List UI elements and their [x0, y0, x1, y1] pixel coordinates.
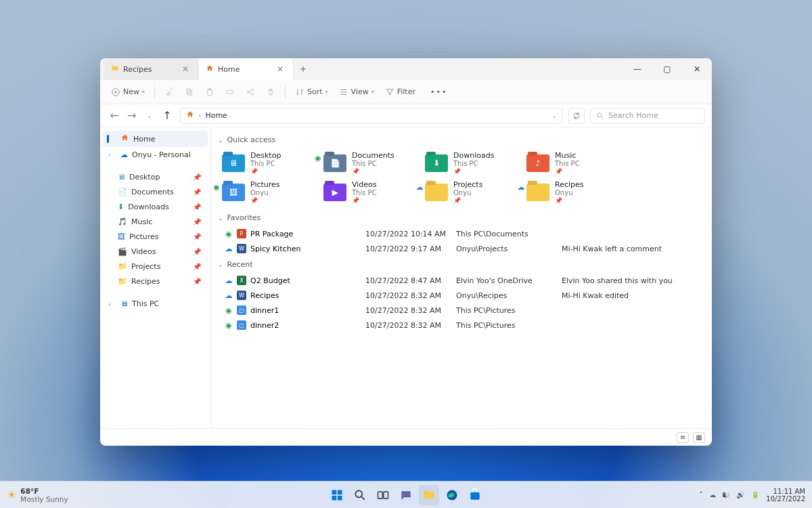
close-button[interactable]: ✕ — [682, 58, 712, 80]
sort-button[interactable]: Sort ▾ — [291, 85, 332, 100]
thumbnails-view-button[interactable]: ▦ — [693, 432, 705, 443]
xls-file-icon: X — [237, 276, 246, 285]
file-row[interactable]: ◉ ▢ dinner2 10/27/2022 8:32 AM This PC\P… — [215, 318, 704, 333]
sidebar-item-pictures[interactable]: 🖼 Pictures 📌 — [103, 230, 208, 244]
forward-button[interactable]: → — [125, 108, 139, 123]
chevron-right-icon[interactable]: › — [108, 301, 111, 308]
section-favorites[interactable]: ⌄ Favorites — [215, 209, 704, 226]
sort-label: Sort — [307, 87, 323, 96]
filter-button[interactable]: Filter — [381, 85, 420, 100]
quick-access-item[interactable]: ◉ 🖼 Pictures Onyu 📌 — [222, 179, 310, 205]
back-button[interactable]: ← — [107, 108, 122, 123]
file-location: Onyu\Recipes — [456, 291, 558, 300]
section-recent[interactable]: ⌄ Recent — [215, 256, 704, 273]
share-button[interactable] — [242, 85, 259, 100]
new-tab-button[interactable]: ＋ — [294, 58, 313, 80]
tab-recipes[interactable]: Recipes ✕ — [104, 58, 199, 80]
clock[interactable]: 11:11 AM 10/27/2022 — [766, 488, 805, 503]
sidebar-item-videos[interactable]: 🎬 Videos 📌 — [103, 245, 208, 259]
word-file-icon: W — [237, 244, 246, 253]
synced-status-icon: ◉ — [225, 230, 233, 238]
maximize-button[interactable]: ▢ — [652, 58, 682, 80]
pin-icon: 📌 — [555, 197, 584, 204]
sidebar-item-home[interactable]: Home — [103, 131, 208, 147]
system-tray[interactable]: ˄ ☁ �఼ 🔊 🔋 11:11 AM 10/27/2022 — [699, 488, 805, 503]
quick-access-item[interactable]: ◉ 📄 Documents This PC 📌 — [323, 150, 411, 176]
quick-access-item[interactable]: ♪ Music This PC 📌 — [526, 150, 614, 176]
sidebar-item-documents[interactable]: 📄 Documents 📌 — [103, 185, 208, 199]
svg-point-14 — [355, 490, 362, 497]
pin-icon: 📌 — [453, 197, 482, 204]
quick-access-item[interactable]: ☁ Recipes Onyu 📌 — [526, 179, 614, 205]
item-location: This PC — [352, 160, 394, 168]
cloud-status-icon: ☁ — [225, 245, 233, 253]
details-view-button[interactable]: ≡ — [677, 432, 689, 443]
sidebar-item-music[interactable]: 🎵 Music 📌 — [103, 215, 208, 229]
svg-rect-13 — [338, 495, 342, 500]
minimize-button[interactable]: — — [623, 58, 652, 80]
address-bar[interactable]: › Home ⌄ — [180, 108, 563, 124]
sidebar-item-downloads[interactable]: ⬇ Downloads 📌 — [103, 200, 208, 214]
recent-list: ☁ X Q2 Budget 10/27/2022 8:47 AM Elvin Y… — [215, 273, 704, 333]
sidebar-item-projects[interactable]: 📁 Projects 📌 — [103, 259, 208, 274]
quick-access-item[interactable]: 🖥 Desktop This PC 📌 — [222, 150, 310, 176]
tab-home[interactable]: Home ✕ — [199, 58, 294, 80]
quick-access-grid: 🖥 Desktop This PC 📌 ◉ 📄 Documents This P… — [215, 148, 704, 209]
quick-access-item[interactable]: ☁ Projects Onyu 📌 — [425, 179, 513, 205]
view-button[interactable]: View ▾ — [335, 85, 378, 100]
up-button[interactable]: ↑ — [160, 108, 175, 123]
battery-icon[interactable]: 🔋 — [751, 491, 759, 499]
file-row[interactable]: ☁ X Q2 Budget 10/27/2022 8:47 AM Elvin Y… — [215, 273, 704, 288]
wifi-icon[interactable]: �఼ — [723, 491, 729, 499]
search-box[interactable]: Search Home — [590, 108, 705, 124]
file-row[interactable]: ◉ ▢ dinner1 10/27/2022 8:32 AM This PC\P… — [215, 303, 704, 318]
chevron-up-icon[interactable]: ˄ — [699, 491, 702, 499]
svg-rect-11 — [338, 490, 342, 494]
paste-button[interactable] — [201, 85, 219, 100]
more-button[interactable]: ••• — [426, 85, 451, 99]
weather-widget[interactable]: ☀ 68°F Mostly Sunny — [7, 487, 68, 503]
item-location: Onyu — [555, 189, 584, 197]
task-view-button[interactable] — [373, 485, 393, 505]
copy-button[interactable] — [181, 85, 198, 100]
file-row[interactable]: ☁ W Recipes 10/27/2022 8:32 AM Onyu\Reci… — [215, 288, 704, 303]
folder-icon: 📁 — [118, 277, 127, 286]
cut-button[interactable] — [160, 85, 178, 100]
new-button[interactable]: New ▾ — [107, 85, 149, 100]
cloud-badge-icon: ☁ — [415, 183, 424, 192]
pin-icon: 📌 — [193, 248, 201, 255]
section-quick-access[interactable]: ⌄ Quick access — [215, 131, 704, 148]
chevron-down-icon[interactable]: ⌄ — [551, 112, 557, 119]
chevron-right-icon[interactable]: › — [108, 152, 111, 158]
file-date: 10/27/2022 9:17 AM — [365, 245, 452, 253]
file-date: 10/27/2022 8:32 AM — [365, 291, 452, 300]
refresh-button[interactable] — [568, 108, 585, 124]
sidebar-item-recipes[interactable]: 📁 Recipes 📌 — [103, 274, 208, 289]
quick-access-item[interactable]: ⬇ Downloads This PC 📌 — [425, 150, 513, 176]
sidebar-item-desktop[interactable]: 🖥 Desktop 📌 — [103, 170, 208, 184]
edge-button[interactable] — [442, 485, 462, 505]
file-explorer-button[interactable] — [419, 485, 439, 505]
volume-icon[interactable]: 🔊 — [736, 491, 744, 499]
chat-button[interactable] — [396, 485, 416, 505]
start-button[interactable] — [327, 485, 347, 505]
quick-access-item[interactable]: ▶ Videos This PC 📌 — [323, 179, 411, 205]
recent-locations-button[interactable]: ⌄ — [142, 108, 157, 123]
close-icon[interactable]: ✕ — [179, 64, 191, 75]
breadcrumb-segment[interactable]: Home — [205, 111, 227, 120]
sidebar-label: Desktop — [129, 173, 160, 182]
close-icon[interactable]: ✕ — [274, 64, 286, 75]
onedrive-tray-icon[interactable]: ☁ — [709, 491, 716, 499]
search-button[interactable] — [350, 485, 370, 505]
delete-button[interactable] — [262, 85, 279, 100]
folder-icon — [111, 64, 119, 75]
search-icon — [596, 112, 604, 120]
sidebar-item-this-pc[interactable]: › 🖥 This PC — [103, 297, 208, 311]
file-row[interactable]: ☁ W Spicy Kitchen 10/27/2022 9:17 AM Ony… — [215, 241, 704, 256]
clock-time: 11:11 AM — [766, 488, 805, 495]
store-button[interactable] — [465, 485, 485, 505]
file-row[interactable]: ◉ P PR Package 10/27/2022 10:14 AM This … — [215, 226, 704, 241]
sidebar-item-onedrive[interactable]: › ☁ Onyu - Personal — [103, 148, 208, 162]
chevron-down-icon: ⌄ — [218, 215, 223, 221]
rename-button[interactable] — [221, 85, 239, 100]
